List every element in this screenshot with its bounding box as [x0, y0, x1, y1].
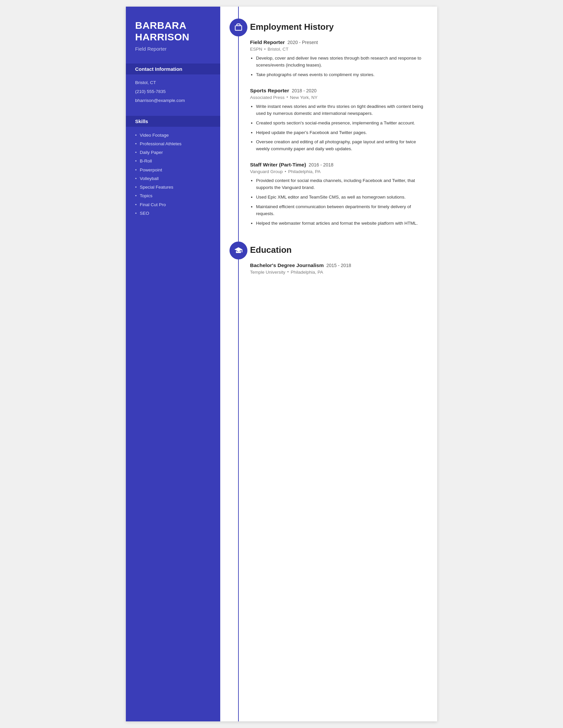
job-meta: Associated Press•New York, NY	[250, 95, 425, 100]
education-icon	[229, 242, 247, 259]
skill-item: Professional Athletes	[135, 141, 211, 147]
job-header: Field Reporter2020 - Present	[250, 39, 425, 45]
employment-section: Employment History Field Reporter2020 - …	[220, 19, 425, 227]
job-bullet-item: Write instant news stories and write thr…	[256, 103, 425, 117]
edu-dates: 2015 - 2018	[327, 263, 352, 268]
job-entry: Staff Writer (Part-Time)2016 - 2018Vangu…	[250, 162, 425, 227]
contact-info: Bristol, CT (210) 555-7835 bharrison@exa…	[135, 80, 211, 104]
job-bullets-list: Write instant news stories and write thr…	[250, 103, 425, 153]
skill-item: Daily Paper	[135, 149, 211, 156]
meta-separator: •	[287, 95, 288, 100]
skill-item: Topics	[135, 193, 211, 199]
candidate-title: Field Reporter	[135, 46, 211, 52]
job-entry: Sports Reporter2018 - 2020Associated Pre…	[250, 88, 425, 153]
job-dates: 2020 - Present	[288, 40, 318, 45]
education-container: Bachelor's Degree Journalism2015 - 2018T…	[250, 262, 425, 275]
job-location: Bristol, CT	[267, 47, 289, 52]
sidebar: BARBARA HARRISON Field Reporter Contact …	[126, 7, 220, 721]
job-company: Vanguard Group	[250, 169, 283, 174]
job-bullets-list: Develop, cover and deliver live news sto…	[250, 55, 425, 78]
job-bullet-item: Take photographs of news events to compl…	[256, 71, 425, 78]
employment-section-title: Employment History	[250, 19, 425, 32]
resume-container: BARBARA HARRISON Field Reporter Contact …	[126, 7, 437, 721]
job-title: Staff Writer (Part-Time)	[250, 162, 306, 167]
job-bullet-item: Develop, cover and deliver live news sto…	[256, 55, 425, 69]
jobs-container: Field Reporter2020 - PresentESPN•Bristol…	[250, 39, 425, 227]
briefcase-icon	[234, 23, 243, 32]
job-entry: Field Reporter2020 - PresentESPN•Bristol…	[250, 39, 425, 78]
job-title: Sports Reporter	[250, 88, 289, 93]
meta-separator: •	[264, 47, 265, 52]
graduation-cap-icon	[234, 246, 243, 255]
edu-header: Bachelor's Degree Journalism2015 - 2018	[250, 262, 425, 268]
contact-phone: (210) 555-7835	[135, 89, 211, 95]
job-header: Staff Writer (Part-Time)2016 - 2018	[250, 162, 425, 168]
job-location: New York, NY	[290, 95, 318, 100]
name-line1: BARBARA	[135, 20, 186, 31]
job-company: ESPN	[250, 47, 262, 52]
edu-meta: Temple University•Philadelphia, PA	[250, 270, 425, 275]
job-title: Field Reporter	[250, 39, 285, 45]
skills-section-header: Skills	[126, 116, 220, 127]
job-bullet-item: Oversee creation and editing of all phot…	[256, 139, 425, 153]
skill-item: SEO	[135, 210, 211, 217]
job-meta: Vanguard Group•Philadelphia, PA	[250, 169, 425, 174]
education-section-title: Education	[250, 242, 425, 255]
education-section: Education Bachelor's Degree Journalism20…	[220, 242, 425, 275]
contact-email: bharrison@example.com	[135, 98, 211, 104]
contact-city: Bristol, CT	[135, 80, 211, 86]
job-header: Sports Reporter2018 - 2020	[250, 88, 425, 94]
edu-degree: Bachelor's Degree Journalism	[250, 262, 324, 268]
skill-item: Special Features	[135, 184, 211, 191]
job-meta: ESPN•Bristol, CT	[250, 47, 425, 52]
job-bullet-item: Used Epic XML editor and TeamSite CMS, a…	[256, 194, 425, 201]
skill-item: Powerpoint	[135, 167, 211, 173]
employment-icon	[229, 19, 247, 36]
job-dates: 2018 - 2020	[292, 88, 317, 93]
meta-separator: •	[285, 169, 286, 174]
job-company: Associated Press	[250, 95, 285, 100]
skill-item: Volleyball	[135, 175, 211, 182]
skill-item: Final Cut Pro	[135, 202, 211, 208]
job-bullet-item: Maintained efficient communication betwe…	[256, 204, 425, 217]
edu-school: Temple University	[250, 270, 286, 275]
job-bullet-item: Helped update the paper's Facebook and T…	[256, 129, 425, 136]
job-bullet-item: Provided content for social media channe…	[256, 177, 425, 191]
job-location: Philadelphia, PA	[288, 169, 321, 174]
education-entry: Bachelor's Degree Journalism2015 - 2018T…	[250, 262, 425, 275]
job-bullets-list: Provided content for social media channe…	[250, 177, 425, 227]
job-bullet-item: Created sports section's social-media pr…	[256, 120, 425, 127]
main-content: Employment History Field Reporter2020 - …	[220, 7, 437, 721]
skill-item: B-Roll	[135, 158, 211, 164]
skills-list: Video FootageProfessional AthletesDaily …	[135, 132, 211, 217]
contact-section-header: Contact Information	[126, 64, 220, 74]
job-dates: 2016 - 2018	[309, 162, 334, 167]
edu-meta-separator: •	[288, 270, 289, 274]
candidate-name: BARBARA HARRISON	[135, 20, 211, 43]
name-line2: HARRISON	[135, 31, 189, 42]
edu-location: Philadelphia, PA	[291, 270, 323, 275]
skill-item: Video Footage	[135, 132, 211, 139]
job-bullet-item: Helped the webmaster format articles and…	[256, 220, 425, 227]
